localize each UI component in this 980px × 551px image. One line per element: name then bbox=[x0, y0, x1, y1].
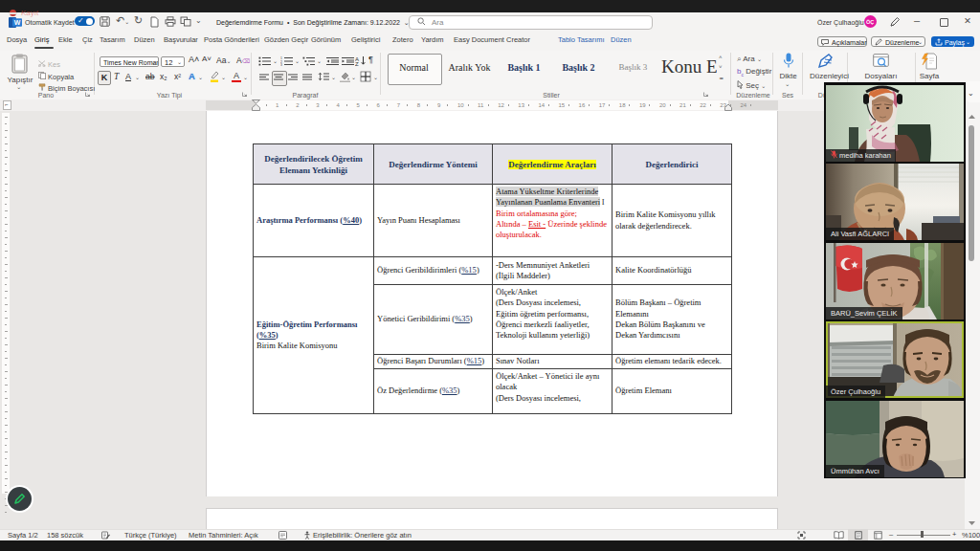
svg-text:Z: Z bbox=[355, 61, 359, 66]
svg-text:3: 3 bbox=[280, 63, 282, 66]
svg-text:W: W bbox=[14, 19, 21, 26]
